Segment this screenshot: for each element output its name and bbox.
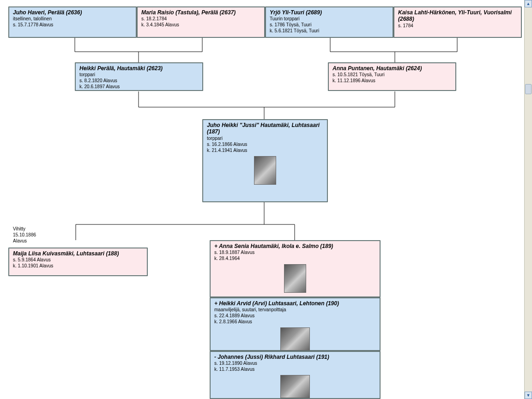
portrait-image bbox=[254, 156, 276, 185]
person-born: s. 1784 bbox=[398, 23, 517, 29]
person-anna-senia-hautamaki[interactable]: + Anna Senia Hautamäki, Ikola e. Salmo (… bbox=[210, 240, 381, 297]
person-born: s. 10.5.1821 Töysä, Tuuri bbox=[332, 72, 452, 78]
person-born: s. 18.2.1784 bbox=[141, 16, 260, 22]
person-name: Juho Heikki "Jussi" Hautamäki, Luhtasaar… bbox=[207, 122, 323, 135]
portrait-image bbox=[280, 327, 310, 351]
person-yrjo-yli-tuuri[interactable]: Yrjö Yli-Tuuri (2689) Tuurin torppari s.… bbox=[265, 6, 393, 38]
person-born: s. 16.2.1866 Alavus bbox=[207, 141, 323, 147]
person-died: k. 21.4.1941 Alavus bbox=[207, 147, 323, 153]
person-name: + Anna Senia Hautamäki, Ikola e. Salmo (… bbox=[214, 243, 376, 249]
person-occ: maanviljelijä, suutari, tervanpolttaja bbox=[214, 307, 376, 313]
person-name: + Heikki Arvid (Arvi) Luhtasaari, Lehton… bbox=[214, 300, 376, 307]
person-died: k. 20.6.1897 Alavus bbox=[79, 84, 199, 90]
person-heikki-arvid-luhtasaari[interactable]: + Heikki Arvid (Arvi) Luhtasaari, Lehton… bbox=[210, 297, 381, 351]
portrait-image bbox=[280, 375, 310, 398]
scroll-down-icon[interactable]: ▼ bbox=[525, 392, 532, 399]
person-born: s. 15.7.1778 Alavus bbox=[13, 22, 132, 28]
person-johannes-luhtasaari[interactable]: - Johannes (Jussi) Rikhard Luhtasaari (1… bbox=[210, 351, 381, 399]
person-occ: torppari bbox=[79, 72, 199, 78]
person-name: - Johannes (Jussi) Rikhard Luhtasaari (1… bbox=[214, 354, 376, 360]
person-born: s. 22.4.1889 Alavus bbox=[214, 313, 376, 319]
person-juho-haveri[interactable]: Juho Haveri, Perälä (2636) itsellinen, t… bbox=[8, 6, 137, 38]
scroll-thumb[interactable] bbox=[525, 84, 532, 94]
marriage-note: Vihitty 15.10.1886 Alavus bbox=[13, 226, 36, 244]
person-died: k. 1.10.1901 Alavus bbox=[13, 263, 143, 269]
person-name: Maija Liisa Kuivasmäki, Luhtasaari (188) bbox=[13, 250, 143, 257]
person-died: k. 11.12.1896 Alavus bbox=[332, 78, 452, 84]
vertical-scrollbar[interactable]: ▲ ▼ bbox=[524, 0, 532, 399]
person-name: Maria Raisio (Tastula), Perälä (2637) bbox=[141, 9, 260, 16]
person-born: s. 8.2.1820 Alavus bbox=[79, 78, 199, 84]
scroll-track[interactable] bbox=[525, 7, 532, 392]
person-anna-puntanen[interactable]: Anna Puntanen, Hautamäki (2624) s. 10.5.… bbox=[328, 62, 456, 91]
person-died: k. 2.8.1966 Alavus bbox=[214, 319, 376, 325]
person-occ: Tuurin torppari bbox=[270, 16, 389, 22]
scroll-up-icon[interactable]: ▲ bbox=[525, 0, 532, 7]
person-name: Anna Puntanen, Hautamäki (2624) bbox=[332, 65, 452, 72]
person-occ: itsellinen, talollinen bbox=[13, 16, 132, 22]
person-died: k. 3.4.1845 Alavus bbox=[141, 22, 260, 28]
marriage-label: Vihitty bbox=[13, 226, 36, 232]
person-occ: torppari bbox=[207, 135, 323, 141]
person-maria-raisio[interactable]: Maria Raisio (Tastula), Perälä (2637) s.… bbox=[137, 6, 265, 38]
person-name: Heikki Perälä, Hautamäki (2623) bbox=[79, 65, 199, 72]
person-died: k. 28.4.1964 bbox=[214, 255, 376, 261]
portrait-image bbox=[284, 264, 306, 293]
person-born: s. 1786 Töysä, Tuuri bbox=[270, 22, 389, 28]
person-name: Kaisa Lahti-Härkönen, Yli-Tuuri, Vuorisa… bbox=[398, 9, 517, 23]
person-name: Juho Haveri, Perälä (2636) bbox=[13, 9, 132, 16]
person-juho-heikki-hautamaki[interactable]: Juho Heikki "Jussi" Hautamäki, Luhtasaar… bbox=[202, 119, 328, 202]
person-born: s. 18.9.1887 Alavus bbox=[214, 249, 376, 255]
marriage-place: Alavus bbox=[13, 238, 36, 244]
person-born: s. 19.12.1890 Alavus bbox=[214, 360, 376, 366]
person-heikki-perala[interactable]: Heikki Perälä, Hautamäki (2623) torppari… bbox=[75, 62, 203, 91]
person-kaisa-lahti[interactable]: Kaisa Lahti-Härkönen, Yli-Tuuri, Vuorisa… bbox=[393, 6, 522, 38]
person-born: s. 5.9.1864 Alavus bbox=[13, 257, 143, 263]
person-maija-liisa-kuivasmaki[interactable]: Maija Liisa Kuivasmäki, Luhtasaari (188)… bbox=[8, 248, 148, 276]
marriage-date: 15.10.1886 bbox=[13, 232, 36, 238]
person-name: Yrjö Yli-Tuuri (2689) bbox=[270, 9, 389, 16]
person-died: k. 5.6.1821 Töysä, Tuuri bbox=[270, 28, 389, 34]
person-died: k. 11.7.1953 Alavus bbox=[214, 366, 376, 372]
